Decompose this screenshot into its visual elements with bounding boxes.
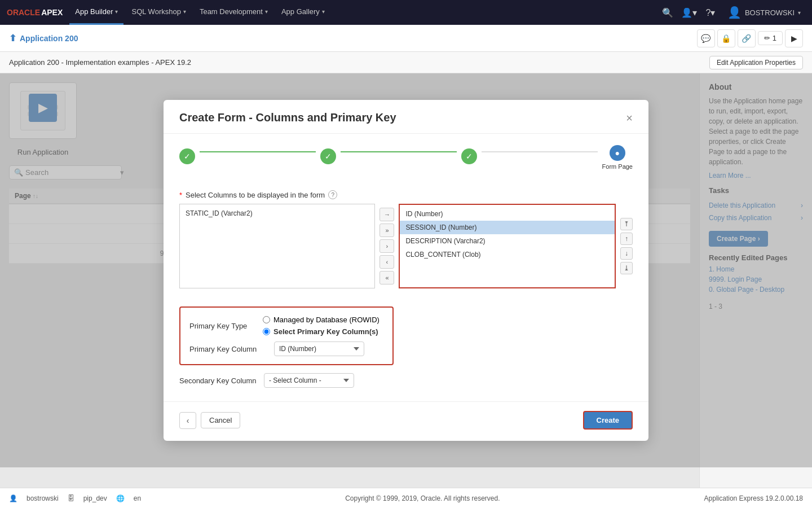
wizard-step-2-circle: ✓ bbox=[320, 148, 336, 164]
modal-footer-left: ‹ Cancel bbox=[179, 412, 240, 429]
nav-sql-workshop[interactable]: SQL Workshop ▾ bbox=[126, 0, 191, 25]
edit-count-button[interactable]: ✏ 1 bbox=[758, 31, 783, 45]
move-left-one-icon[interactable]: ‹ bbox=[379, 255, 394, 269]
move-all-left-icon[interactable]: « bbox=[379, 271, 394, 284]
modal-footer-right: Create bbox=[583, 411, 633, 430]
sort-bottom-button[interactable]: ⤓ bbox=[620, 262, 633, 274]
footer-version: Application Express 19.2.0.00.18 bbox=[704, 494, 803, 502]
footer-user: bostrowski bbox=[27, 494, 59, 502]
user-icon[interactable]: 👤▾ bbox=[679, 2, 699, 23]
user-chevron-icon: ▾ bbox=[798, 10, 801, 16]
user-name: BOSTROWSKI bbox=[745, 8, 795, 17]
create-button[interactable]: Create bbox=[583, 411, 633, 430]
wizard-step-4: ● Form Page bbox=[602, 145, 633, 170]
app-back-button[interactable]: ⬆ Application 200 bbox=[9, 33, 78, 43]
wizard-connector-1 bbox=[200, 151, 316, 152]
sort-up-button[interactable]: ↑ bbox=[620, 233, 633, 245]
sort-buttons: ⤒ ↑ ↓ ⤓ bbox=[618, 204, 633, 288]
help-icon[interactable]: ?▾ bbox=[700, 2, 721, 23]
wizard-connector-2 bbox=[341, 151, 457, 152]
nav-team-development[interactable]: Team Development ▾ bbox=[194, 0, 273, 25]
select-columns-label: * Select Columns to be displayed in the … bbox=[179, 190, 633, 199]
footer: 👤 bostrowski 🗄 pip_dev 🌐 en Copyright © … bbox=[0, 488, 812, 508]
modal-title: Create Form - Columns and Primary Key bbox=[179, 111, 396, 124]
sort-top-button[interactable]: ⤒ bbox=[620, 218, 633, 230]
nav-app-builder[interactable]: App Builder ▾ bbox=[69, 0, 123, 25]
pk-option-rowid[interactable]: Managed by Database (ROWID) bbox=[263, 316, 379, 324]
nav-icons-group: 🔍 👤▾ ?▾ bbox=[657, 2, 721, 23]
wizard-step-4-circle: ● bbox=[610, 145, 625, 161]
pk-radio-rowid[interactable] bbox=[263, 316, 270, 323]
main-content: ▶ Run Application 🔍 ▾ Page ↑↓ bbox=[0, 73, 812, 488]
edit-icon: ✏ bbox=[764, 34, 770, 42]
sub-header-icons: 💬 🔒 🔗 ✏ 1 ▶ bbox=[697, 29, 803, 47]
modal-overlay: Create Form - Columns and Primary Key × … bbox=[0, 73, 812, 467]
move-all-right-icon[interactable]: » bbox=[379, 224, 394, 237]
sort-down-button[interactable]: ↓ bbox=[620, 247, 633, 260]
footer-db: pip_dev bbox=[83, 494, 107, 502]
primary-key-section: Primary Key Type Managed by Database (RO… bbox=[179, 306, 394, 365]
run-app-button[interactable]: ▶ bbox=[785, 29, 803, 47]
secondary-key-label: Secondary Key Column bbox=[179, 376, 258, 385]
selected-columns: ID (Number) SESSION_ID (Number) DESCRIPT… bbox=[399, 204, 616, 288]
available-col-static-id[interactable]: STATIC_ID (Varchar2) bbox=[180, 207, 374, 220]
pk-column-row: Primary Key Column ID (Number) bbox=[189, 341, 383, 356]
wizard-step-3-circle: ✓ bbox=[461, 148, 477, 164]
columns-container: STATIC_ID (Varchar2) → » › ‹ « ID (Numbe… bbox=[179, 204, 633, 288]
selected-col-id[interactable]: ID (Number) bbox=[400, 207, 615, 221]
available-columns: STATIC_ID (Varchar2) bbox=[179, 204, 375, 288]
selected-col-session-id[interactable]: SESSION_ID (Number) bbox=[400, 221, 615, 234]
user-avatar-icon: 👤 bbox=[727, 6, 742, 19]
modal-footer: ‹ Cancel Create bbox=[164, 401, 648, 441]
selected-col-description[interactable]: DESCRIPTION (Varchar2) bbox=[400, 234, 615, 248]
pk-wrapper: Primary Key Type Managed by Database (RO… bbox=[179, 297, 633, 365]
oracle-text: ORACLE bbox=[7, 8, 40, 17]
move-right-one-icon[interactable]: › bbox=[379, 239, 394, 253]
feedback-icon[interactable]: 💬 bbox=[697, 29, 715, 47]
pk-column-select[interactable]: ID (Number) bbox=[274, 341, 364, 356]
breadcrumb-text: Application 200 - Implementation example… bbox=[9, 58, 191, 67]
pk-type-label: Primary Key Type bbox=[189, 322, 257, 330]
nav-app-gallery[interactable]: App Gallery ▾ bbox=[276, 0, 330, 25]
back-arrow-icon: ⬆ bbox=[9, 33, 16, 43]
wizard-step-3: ✓ bbox=[461, 148, 477, 167]
lock-icon[interactable]: 🔒 bbox=[717, 29, 735, 47]
create-form-modal: Create Form - Columns and Primary Key × … bbox=[164, 100, 648, 441]
edit-app-properties-button[interactable]: Edit Application Properties bbox=[709, 56, 803, 69]
selected-columns-area: ID (Number) SESSION_ID (Number) DESCRIPT… bbox=[399, 204, 633, 288]
wizard-steps: ✓ ✓ ✓ ● Form Page bbox=[164, 134, 648, 181]
footer-lang: en bbox=[134, 494, 141, 502]
cancel-button[interactable]: Cancel bbox=[201, 412, 240, 428]
app-builder-chevron-icon: ▾ bbox=[115, 8, 118, 15]
pk-options: Managed by Database (ROWID) Select Prima… bbox=[263, 316, 379, 336]
wizard-step-1-circle: ✓ bbox=[179, 148, 195, 164]
secondary-key-select[interactable]: - Select Column - bbox=[264, 373, 354, 388]
sub-header: ⬆ Application 200 💬 🔒 🔗 ✏ 1 ▶ bbox=[0, 25, 812, 52]
edit-count: 1 bbox=[773, 34, 776, 42]
search-icon[interactable]: 🔍 bbox=[657, 2, 678, 23]
prev-button[interactable]: ‹ bbox=[179, 412, 196, 429]
oracle-logo: ORACLE APEX bbox=[7, 8, 63, 17]
footer-db-icon: 🗄 bbox=[68, 494, 74, 502]
team-dev-chevron-icon: ▾ bbox=[265, 8, 268, 15]
pk-column-label: Primary Key Column bbox=[189, 345, 268, 353]
wizard-step-4-label: Form Page bbox=[602, 163, 633, 170]
top-navigation: ORACLE APEX App Builder ▾ SQL Workshop ▾… bbox=[0, 0, 812, 25]
footer-copyright: Copyright © 1999, 2019, Oracle. All righ… bbox=[345, 494, 500, 502]
pk-option-column[interactable]: Select Primary Key Column(s) bbox=[263, 327, 379, 336]
modal-close-button[interactable]: × bbox=[626, 112, 633, 124]
wizard-step-2: ✓ bbox=[320, 148, 336, 167]
share-icon[interactable]: 🔗 bbox=[738, 29, 756, 47]
pk-radio-column[interactable] bbox=[263, 328, 270, 335]
breadcrumb-bar: Application 200 - Implementation example… bbox=[0, 52, 812, 73]
app-title: Application 200 bbox=[20, 34, 78, 43]
footer-user-icon: 👤 bbox=[9, 494, 17, 502]
help-icon[interactable]: ? bbox=[328, 190, 337, 199]
sql-workshop-chevron-icon: ▾ bbox=[183, 8, 186, 15]
selected-col-clob[interactable]: CLOB_CONTENT (Clob) bbox=[400, 248, 615, 261]
user-menu[interactable]: 👤 BOSTROWSKI ▾ bbox=[723, 6, 805, 19]
pk-type-row: Primary Key Type Managed by Database (RO… bbox=[189, 316, 383, 336]
wizard-step-1: ✓ bbox=[179, 148, 195, 167]
move-right-icon[interactable]: → bbox=[379, 208, 394, 221]
modal-body: * Select Columns to be displayed in the … bbox=[164, 181, 648, 401]
